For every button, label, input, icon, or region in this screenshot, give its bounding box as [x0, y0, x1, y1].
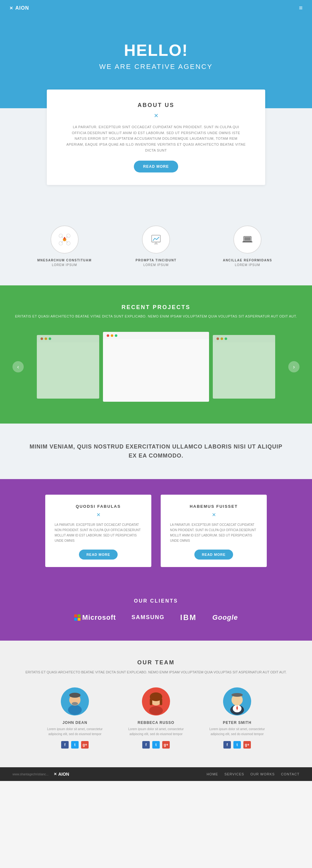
cards-section: QUODSI FABULAS ✕ LA PARIATUR. EXCEPTEUR …	[0, 479, 312, 586]
member-3-googleplus-icon[interactable]: g+	[243, 741, 251, 748]
team-member-1: JOHN DEAN Lorem ipsum dolor sit amet, co…	[40, 687, 109, 748]
about-x-icon: ✕	[65, 112, 247, 119]
member-1-bio: Lorem ipsum dolor sit amet, consectetur …	[40, 727, 109, 737]
microsoft-icon	[74, 614, 81, 621]
dot-red-main	[107, 334, 109, 337]
clients-title: OUR CLIENTS	[25, 598, 287, 604]
footer-nav: HOME SERVICES OUR WORKS CONTACT	[207, 772, 300, 776]
card-2-body: LA PARIATUR. EXCEPTEUR SINT OCCAECAT CUP…	[170, 522, 257, 543]
slide-header-left	[37, 335, 99, 342]
feature-2-subtitle: LOREM IPSUM	[116, 263, 195, 267]
slide-body-main	[103, 339, 209, 402]
footer-nav-our-works[interactable]: OUR WORKS	[251, 772, 275, 776]
slide-header-main	[103, 332, 209, 339]
avatar-rebbeca	[142, 687, 170, 715]
purple-section: QUODSI FABULAS ✕ LA PARIATUR. EXCEPTEUR …	[0, 479, 312, 641]
dot-yellow-main	[111, 334, 113, 337]
team-member-2: REBBECA RUSSO Lorem ipsum dolor sit amet…	[122, 687, 190, 748]
footer-logo-text: AION	[58, 772, 69, 777]
feature-icon-drone	[51, 225, 79, 254]
footer-left: www.shantagechristianc... ✕ AION	[12, 772, 69, 777]
svg-point-20	[69, 693, 81, 698]
footer-nav-services[interactable]: SERVICES	[224, 772, 244, 776]
dot-green	[49, 338, 51, 340]
svg-rect-10	[152, 235, 160, 242]
feature-icon-laptop	[233, 225, 261, 254]
card-1-read-more-button[interactable]: READ MORE	[79, 550, 118, 560]
feature-1-title: MNESARCHUM CONSTITUAM	[25, 258, 104, 262]
info-card-1: QUODSI FABULAS ✕ LA PARIATUR. EXCEPTEUR …	[45, 495, 151, 567]
quote-text: MINIM VENIAM, QUIS NOSTRUD EXERCITATION …	[25, 442, 287, 460]
avatar-peter	[223, 687, 251, 715]
ibm-label: IBM	[180, 613, 197, 622]
member-3-name: PETER SMITH	[203, 720, 272, 725]
about-title: ABOUT US	[65, 102, 247, 108]
card-2-read-more-button[interactable]: READ MORE	[194, 550, 233, 560]
carousel-next-button[interactable]: ›	[288, 361, 300, 372]
samsung-label: SAMSUNG	[132, 614, 165, 621]
card-1-body: LA PARIATUR. EXCEPTEUR SINT OCCAECAT CUP…	[55, 522, 142, 543]
footer-nav-contact[interactable]: CONTACT	[281, 772, 300, 776]
slide-body-left	[37, 342, 99, 399]
about-card: ABOUT US ✕ LA PARIATUR. EXCEPTEUR SINT O…	[47, 90, 265, 185]
feature-3-title: ANCILLAE REFORMIDANS	[208, 258, 287, 262]
feature-item-2: PROMPTA TINCIDUNT LOREM IPSUM	[110, 225, 201, 267]
member-3-facebook-icon[interactable]: f	[223, 741, 231, 748]
slide-header-right	[213, 335, 275, 342]
client-ibm: IBM	[180, 613, 197, 622]
carousel-prev-button[interactable]: ‹	[12, 361, 24, 372]
projects-description: ERITATIS ET QUASI ARCHITECTO BEATAE VITA…	[12, 314, 300, 319]
member-3-twitter-icon[interactable]: t	[233, 741, 241, 748]
member-2-facebook-icon[interactable]: f	[142, 741, 150, 748]
card-1-x-icon: ✕	[55, 512, 142, 518]
member-1-facebook-icon[interactable]: f	[61, 741, 69, 748]
feature-item-3: ANCILLAE REFORMIDANS LOREM IPSUM	[202, 225, 293, 267]
read-more-button[interactable]: READ MORE	[134, 161, 178, 173]
feature-3-subtitle: LOREM IPSUM	[208, 263, 287, 267]
client-samsung: SAMSUNG	[132, 614, 165, 621]
slide-card-main	[103, 332, 209, 402]
svg-rect-9	[64, 237, 65, 240]
nav-logo[interactable]: ✕ AION	[9, 5, 29, 11]
footer-logo-icon: ✕	[54, 772, 57, 776]
member-1-name: JOHN DEAN	[40, 720, 109, 725]
svg-rect-15	[244, 237, 251, 241]
footer-logo[interactable]: ✕ AION	[54, 772, 69, 777]
team-subtitle: ERITATIS ET QUASI ARCHITECTO BEATAE VITA…	[25, 670, 287, 675]
team-section: OUR TEAM ERITATIS ET QUASI ARCHITECTO BE…	[0, 641, 312, 768]
svg-rect-26	[150, 698, 152, 705]
avatar-john	[61, 687, 89, 715]
projects-title: RECENT PROJECTS	[12, 304, 300, 311]
footer-url: www.shantagechristianc...	[12, 773, 49, 776]
member-2-googleplus-icon[interactable]: g+	[162, 741, 170, 748]
svg-rect-16	[243, 241, 252, 242]
card-2-title: HABEMUS FUISSET	[170, 504, 257, 509]
member-3-bio: Lorem ipsum dolor sit amet, consectetur …	[203, 727, 272, 737]
hero-subtitle: WE ARE CREATIVE AGENCY	[6, 63, 306, 71]
member-2-twitter-icon[interactable]: t	[152, 741, 160, 748]
hero-title: HELLO!	[6, 41, 306, 60]
slide-card-left	[37, 335, 99, 399]
svg-point-33	[231, 693, 243, 697]
member-1-twitter-icon[interactable]: t	[71, 741, 79, 748]
clients-section: OUR CLIENTS Microsoft SAMSUNG IBM Google	[0, 586, 312, 641]
quote-section: MINIM VENIAM, QUIS NOSTRUD EXERCITATION …	[0, 424, 312, 479]
footer: www.shantagechristianc... ✕ AION HOME SE…	[0, 767, 312, 781]
svg-point-18	[68, 705, 82, 715]
card-2-x-icon: ✕	[170, 512, 257, 518]
footer-nav-home[interactable]: HOME	[207, 772, 218, 776]
team-title: OUR TEAM	[25, 659, 287, 666]
svg-point-23	[149, 706, 163, 715]
client-google: Google	[213, 614, 238, 622]
dot-yellow-right	[221, 338, 223, 340]
client-microsoft: Microsoft	[74, 614, 116, 622]
dot-red	[40, 338, 43, 340]
projects-section: RECENT PROJECTS ERITATIS ET QUASI ARCHIT…	[0, 285, 312, 424]
slide-body-right	[213, 342, 275, 399]
hamburger-menu-icon[interactable]: ≡	[299, 4, 303, 11]
team-member-3: PETER SMITH Lorem ipsum dolor sit amet, …	[203, 687, 272, 748]
projects-carousel: ‹	[12, 329, 300, 405]
member-1-googleplus-icon[interactable]: g+	[81, 741, 89, 748]
dot-red-right	[217, 338, 219, 340]
navbar: ✕ AION ≡	[0, 0, 312, 16]
